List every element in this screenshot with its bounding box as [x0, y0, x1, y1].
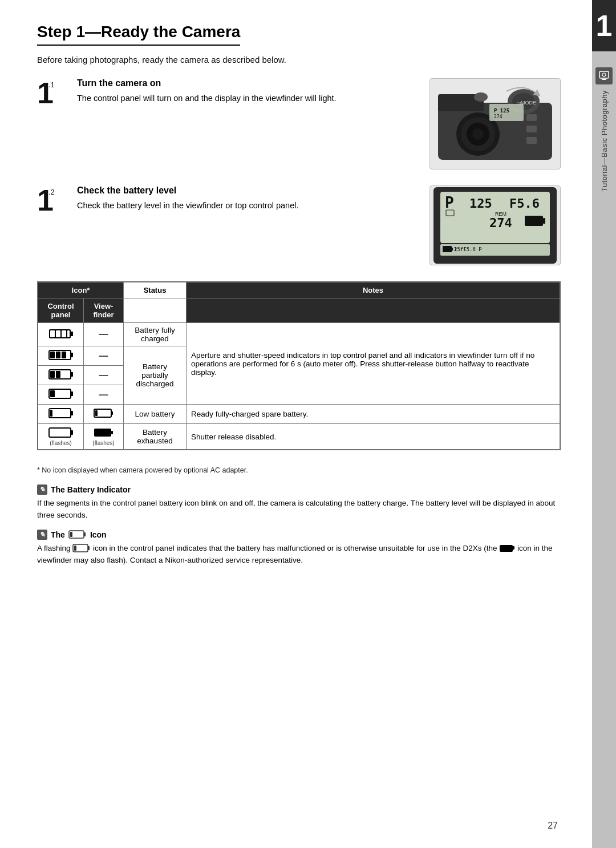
- svg-text:l     fl: l fl: [454, 247, 467, 252]
- table-header-notes: Notes: [187, 282, 560, 298]
- svg-rect-28: [525, 216, 543, 226]
- tip-1-title: ✎ The Battery Indicator: [37, 484, 561, 495]
- svg-rect-64: [84, 532, 86, 536]
- table-cell-notes-1: Aperture and shutter-speed indicators in…: [187, 323, 560, 405]
- step-2-content: Check the battery level Check the batter…: [71, 185, 429, 212]
- tutorial-icon: [595, 67, 613, 84]
- svg-rect-15: [526, 126, 537, 132]
- step-2-body: Check the battery level in the viewfinde…: [77, 199, 339, 212]
- svg-text:274: 274: [494, 114, 502, 119]
- svg-rect-51: [71, 391, 73, 396]
- chapter-number: 1: [592, 0, 616, 51]
- svg-rect-57: [111, 411, 113, 415]
- table-cell-control-6: (flashes): [38, 424, 84, 450]
- dash-4: —: [99, 390, 108, 399]
- step-1-1: 1 .1 Turn the camera on The control pane…: [37, 78, 561, 169]
- tip-2-battery-icon: [68, 530, 87, 539]
- svg-rect-62: [111, 431, 113, 434]
- svg-rect-40: [67, 330, 70, 337]
- svg-text:F5.6: F5.6: [509, 196, 540, 211]
- table-cell-view-5: [84, 405, 124, 424]
- step-sub-2: .2: [48, 188, 55, 196]
- table-row: Low battery Ready fully-charged spare ba…: [38, 405, 560, 424]
- table-cell-view-2: —: [84, 346, 124, 366]
- table-cell-view-3: —: [84, 366, 124, 385]
- battery-table-wrapper: Icon* Status Notes Control panel View- f…: [37, 281, 561, 450]
- svg-rect-42: [71, 353, 73, 357]
- svg-rect-52: [50, 390, 55, 397]
- svg-rect-36: [71, 332, 73, 336]
- tip-2: ✎ The Icon A flashing: [37, 530, 561, 567]
- tip-1-title-text: The Battery Indicator: [51, 485, 131, 494]
- table-cell-status-6: Battery exhausted: [124, 424, 187, 450]
- page-number: 27: [548, 821, 558, 831]
- svg-rect-65: [70, 532, 72, 537]
- tip-2-icon: ✎: [37, 530, 47, 540]
- svg-rect-29: [543, 218, 545, 224]
- svg-rect-16: [526, 137, 537, 144]
- svg-rect-39: [62, 330, 66, 337]
- svg-rect-61: [94, 429, 111, 437]
- table-row: (flashes) (flashes) Battery exhausted Sh…: [38, 424, 560, 450]
- svg-point-8: [474, 92, 488, 102]
- table-cell-notes-5: Ready fully-charged spare battery.: [187, 405, 560, 424]
- table-cell-notes-6: Shutter release disabled.: [187, 424, 560, 450]
- svg-rect-67: [88, 546, 90, 550]
- tip-2-inline-icon-1: [72, 544, 91, 553]
- svg-rect-60: [71, 430, 73, 435]
- flashes-label-2: (flashes): [88, 440, 119, 446]
- table-cell-status-5: Low battery: [124, 405, 187, 424]
- svg-rect-47: [71, 372, 73, 377]
- svg-rect-69: [500, 545, 513, 552]
- svg-text:274: 274: [489, 216, 512, 230]
- svg-rect-55: [50, 410, 52, 417]
- table-subheader-notes: [187, 298, 560, 323]
- svg-rect-45: [62, 352, 66, 358]
- table-cell-control-5: [38, 405, 84, 424]
- dash-3: —: [99, 370, 108, 380]
- table-cell-view-6: (flashes): [84, 424, 124, 450]
- svg-text:P: P: [445, 194, 454, 211]
- step-1-body: The control panel will turn on and the d…: [77, 92, 339, 104]
- step-number-2: 1 .2: [37, 185, 71, 215]
- table-footnote: * No icon displayed when camera powered …: [37, 466, 561, 474]
- svg-rect-43: [50, 352, 55, 358]
- svg-rect-58: [95, 410, 98, 416]
- right-sidebar: 1 Tutorial—Basic Photography: [592, 0, 616, 848]
- table-cell-status-2: Battery partially discharged: [124, 346, 187, 405]
- tip-2-title: ✎ The Icon: [37, 530, 561, 540]
- step-1-title: Turn the camera on: [77, 78, 429, 88]
- svg-rect-48: [50, 371, 55, 378]
- table-cell-view-1: —: [84, 323, 124, 346]
- table-row: — Battery fully charged Aperture and shu…: [38, 323, 560, 346]
- step-1-2: 1 .2 Check the battery level Check the b…: [37, 185, 561, 265]
- tip-2-inline-icon-2: [499, 544, 515, 552]
- table-cell-control-4: [38, 385, 84, 405]
- svg-rect-59: [49, 428, 71, 437]
- svg-rect-68: [74, 546, 76, 551]
- svg-rect-70: [513, 546, 514, 550]
- table-header-icon: Icon*: [38, 282, 124, 298]
- table-header-status: Status: [124, 282, 187, 298]
- camera-top-image: MODE ON: [429, 78, 561, 169]
- svg-rect-44: [56, 352, 60, 358]
- svg-rect-49: [56, 371, 60, 378]
- table-cell-control-2: [38, 346, 84, 366]
- svg-rect-32: [452, 248, 453, 251]
- lcd-panel-image: P 125 F5.6 REM 274: [429, 185, 561, 265]
- flashes-label-1: (flashes): [43, 440, 79, 446]
- svg-rect-37: [50, 330, 55, 337]
- intro-text: Before taking photographs, ready the cam…: [37, 55, 561, 64]
- table-subheader-viewfinder: View- finder: [84, 298, 124, 323]
- dash-2: —: [99, 351, 108, 361]
- battery-table: Icon* Status Notes Control panel View- f…: [38, 282, 560, 450]
- table-subheader-status: [124, 298, 187, 323]
- svg-rect-38: [56, 330, 60, 337]
- page-title: Step 1—Ready the Camera: [37, 23, 240, 46]
- svg-point-1: [602, 73, 606, 76]
- tip-2-icon-label: Icon: [90, 530, 107, 539]
- svg-text:125: 125: [469, 196, 492, 211]
- step-2-title: Check the battery level: [77, 185, 429, 196]
- step-number-1: 1 .1: [37, 78, 71, 108]
- step-1-content: Turn the camera on The control panel wil…: [71, 78, 429, 104]
